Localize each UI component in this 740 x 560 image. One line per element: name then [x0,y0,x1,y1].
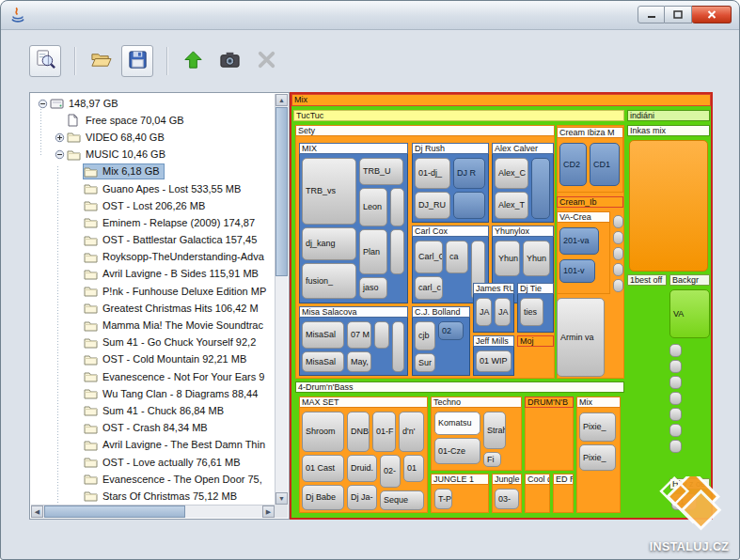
treemap-node-dj-r[interactable]: DJ R [453,158,485,189]
treemap-node-d-n[interactable]: d'n' [399,412,424,452]
tree-handle-expanded-icon[interactable] [53,149,67,160]
tree-item-eminem-relapse-2009-174-87[interactable]: Eminem - Relapse (2009) 174,87 [32,214,275,231]
treemap-node-101-v[interactable]: 101-v [559,259,595,283]
tree-item-music-10-46-gb[interactable]: MUSIC 10,46 GB [32,147,275,163]
treemap-node-pixie[interactable]: Pixie_ [579,444,616,471]
treemap-node-cd1[interactable]: CD1 [590,143,620,186]
treemap-node-01-cast[interactable]: 01 Cast [302,455,344,482]
treemap-cell[interactable] [669,408,682,421]
tree-item-video-68-40-gb[interactable]: VIDEO 68,40 GB [32,129,275,146]
horizontal-scroll-thumb[interactable] [44,506,185,518]
treemap-cell[interactable] [613,279,623,292]
treemap-node-jeff-mills[interactable]: Jeff Mills [473,335,514,347]
tree-item-evanescence-not-for-your-ears-9[interactable]: Evanescence - Not For Your Ears 9 [32,368,275,385]
treemap-node-indi-ni[interactable]: indiáni [627,110,710,121]
treemap-node-carl-c[interactable]: Carl_C [415,241,443,273]
treemap-node-01[interactable]: 01 [403,455,424,482]
treemap-node-dj-ja[interactable]: Dj Ja- [347,485,377,510]
treemap-node-02[interactable]: 02- [380,455,401,488]
treemap-cell[interactable] [669,392,682,405]
tree-item-evanescence-the-open-door-75[interactable]: Evanescence - The Open Door 75, [32,471,275,488]
treemap-node-sur[interactable]: Sur [415,353,435,372]
treemap-node-james-ru[interactable]: James RU [473,283,514,294]
treemap-node-yhun[interactable]: Yhun [523,241,550,276]
save-button[interactable] [121,45,153,77]
treemap-node-druid[interactable]: Druid. [347,455,377,482]
treemap-node-max-set[interactable]: MAX SET [299,397,428,408]
treemap-node-may[interactable]: May, [347,351,371,372]
snapshot-button[interactable] [213,45,245,77]
treemap-cell[interactable] [613,215,623,228]
treemap-cell[interactable] [669,376,682,389]
treemap-node-yhunylox[interactable]: Yhunylox [492,226,554,237]
treemap-node-4-drum-n-bass[interactable]: 4-Drum'n'Bass [295,381,624,393]
scroll-down-arrow-icon[interactable]: ▼ [276,492,288,505]
treemap-node-ja[interactable]: JA [476,298,492,326]
treemap-node-cjb[interactable]: cjb [415,321,435,350]
tree-item-mix-6-18-gb[interactable]: Mix 6,18 GB [32,163,275,180]
treemap-node-strah[interactable]: Strah [483,412,506,449]
treemap-node-02[interactable]: 02 [438,321,464,340]
treemap-node-pixie[interactable]: Pixie_ [579,412,616,442]
treemap-node-dj-kang[interactable]: dj_kang [302,227,356,260]
treemap-node-va[interactable]: VA [669,289,710,338]
treemap-node-dj-rush[interactable]: Dj Rush [412,143,489,154]
treemap-node-jungle-m[interactable]: Jungle M [492,474,522,485]
treemap-node-mix[interactable]: Mix [576,397,621,408]
tree-item-ost-cold-mountain-92-21-mb[interactable]: OST - Cold Mountain 92,21 MB [32,351,275,368]
tree-item-ost-love-actually-76-61-mb[interactable]: OST - Love actually 76,61 MB [32,454,275,471]
treemap-node-cd2[interactable]: CD2 [559,143,587,186]
treemap-node-dnb[interactable]: DNB [347,412,370,452]
treemap-node-seque[interactable]: Seque [380,490,424,510]
treemap-cell[interactable] [613,247,623,260]
treemap-node-misasal[interactable]: MisaSal [302,351,344,372]
treemap-cell[interactable] [613,231,623,244]
treemap-cell[interactable] [613,263,623,276]
treemap-node-cool-d-n[interactable]: Cool d'n' [525,474,550,485]
tree-item-ost-lost-206-26-mb[interactable]: OST - Lost 206,26 MB [32,197,275,214]
treemap-cell[interactable] [669,360,682,373]
treemap-node-alex-calver[interactable]: Alex Calver [492,143,554,154]
treemap-node-armin-va[interactable]: Armin va [557,298,605,377]
treemap-node-trb-vs[interactable]: TRB_vs [302,158,356,225]
treemap-node-va-crea[interactable]: VA-Crea [557,211,610,223]
treemap-node-alex-t[interactable]: Alex_T [495,192,528,219]
treemap-cell[interactable] [669,424,682,437]
treemap-node-jaso[interactable]: jaso [359,277,387,299]
treemap-node-mix[interactable]: Mix [291,94,711,106]
tree-item-sum-41-go-chuck-yourself-92-2[interactable]: Sum 41 - Go Chuck Yourself 92,2 [32,334,275,351]
tree-item-p-nk-funhouse-deluxe-edition-mp[interactable]: P!nk - Funhouse Deluxe Edition MP [32,283,275,300]
minimize-button[interactable] [638,6,665,23]
move-up-button[interactable] [177,45,209,77]
treemap-node-07-m[interactable]: 07 M [347,321,371,349]
treemap-node-trb-u[interactable]: TRB_U [359,158,403,185]
treemap-node-c-j-bolland[interactable]: C.J. Bolland [412,306,470,318]
tree-item-wu-tang-clan-8-diagrams-88-44[interactable]: Wu Tang Clan - 8 Diagrams 88,44 [32,385,275,402]
treemap-cell[interactable] [453,192,485,219]
treemap-node-yhun[interactable]: Yhun [495,241,520,276]
treemap-node-cream-ib[interactable]: Cream_Ib [557,196,623,208]
treemap-node-1best-off[interactable]: 1best off [627,274,667,286]
treemap-cell[interactable] [531,158,550,219]
tree-item-free-space-70-04-gb[interactable]: Free space 70,04 GB [32,112,275,129]
treemap-node-ca[interactable]: ca [446,241,468,273]
treemap-node-moj[interactable]: Moj [517,335,554,347]
treemap-cell[interactable] [390,188,404,226]
treemap-node-ed-r[interactable]: ED R [553,474,574,485]
tree-item-sum-41-chuck-86-84-mb[interactable]: Sum 41 - Chuck 86,84 MB [32,402,275,419]
treemap-node-fusion[interactable]: fusion_ [302,263,356,299]
scroll-left-arrow-icon[interactable]: ◀ [31,506,43,518]
zoom-preview-button[interactable] [29,45,61,77]
treemap-node-misa-salacova[interactable]: Misa Salacova [299,306,408,318]
tree-item-ost-battlestar-galactica-157-45[interactable]: OST - Battlestar Galactica 157,45 [32,232,275,249]
treemap-node-jungle-1[interactable]: JUNGLE 1 [431,474,489,485]
treemap-node-01-wip[interactable]: 01 WIP [476,350,512,372]
treemap-node-dj-tie[interactable]: Dj Tie [517,283,554,294]
maximize-button[interactable] [665,6,692,23]
treemap-node-misasal[interactable]: MisaSal [302,321,344,349]
treemap-node-dj-ru[interactable]: DJ_RU [415,192,450,219]
treemap-node-plan[interactable]: Plan [359,229,387,274]
horizontal-scrollbar[interactable]: ◀ ▶ [31,505,275,518]
treemap-node-leon[interactable]: Leon [359,188,387,226]
treemap-node-01-f[interactable]: 01-F [372,412,396,452]
